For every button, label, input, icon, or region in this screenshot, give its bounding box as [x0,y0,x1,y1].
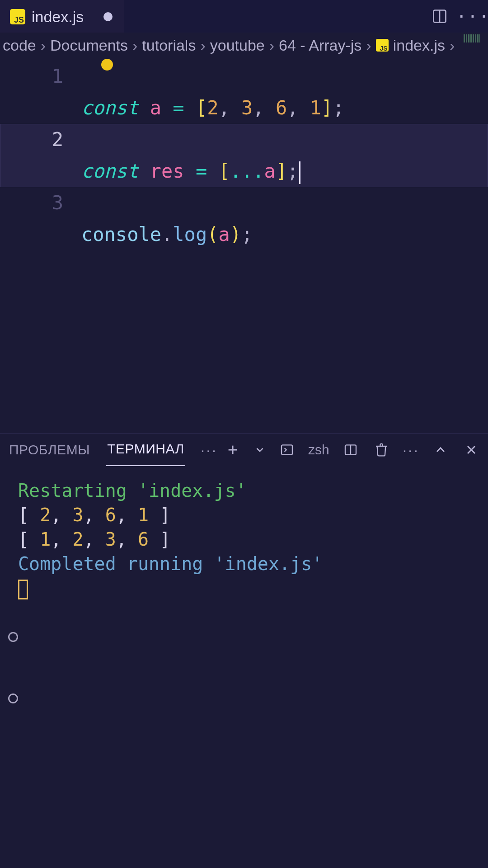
chevron-right-icon: › [450,37,455,54]
maximize-panel-icon[interactable] [431,440,450,459]
terminal-line: Restarting 'index.js' [18,478,470,503]
split-terminal-icon[interactable] [341,440,360,459]
tab-terminal[interactable]: ТЕРМИНАЛ [106,433,185,466]
crumb-tutorials[interactable]: tutorials [142,37,196,54]
text-cursor-icon [299,161,300,184]
ghost-circle-icon [8,693,18,703]
ghost-circle-icon [8,632,18,642]
code-line: 2 const res = [...a]; [0,124,488,187]
chevron-right-icon: › [200,37,205,54]
run-task-icon[interactable] [277,440,296,459]
tab-title: index.js [32,8,84,26]
tab-bar: JS index.js ··· [0,0,488,33]
shell-name[interactable]: zsh [308,442,329,458]
terminal-more-icon[interactable]: ··· [403,442,419,458]
terminal-line: [ 1, 2, 3, 6 ] [18,527,470,552]
more-actions-icon[interactable]: ··· [464,7,483,26]
code-line: 1 const a = [2, 3, 6, 1]; [0,61,488,124]
crumb-documents[interactable]: Documents [50,37,128,54]
breadcrumb: code› Documents› tutorials› youtube› 64 … [0,33,488,58]
tab-problems[interactable]: ПРОБЛЕМЫ [8,434,91,466]
chevron-right-icon: › [269,37,274,54]
minimap[interactable] [464,34,480,42]
crumb-youtube[interactable]: youtube [210,37,265,54]
code-editor[interactable]: 1 const a = [2, 3, 6, 1]; 2 const res = … [0,58,488,433]
line-number: 2 [0,124,81,156]
split-editor-icon[interactable] [430,7,449,26]
terminal-output[interactable]: Restarting 'index.js' [ 2, 3, 6, 1 ] [ 1… [0,466,488,618]
crumb-code[interactable]: code [3,37,36,54]
chevron-right-icon: › [41,37,46,54]
close-panel-icon[interactable] [462,440,481,459]
terminal-line: Completed running 'index.js' [18,552,470,576]
chevron-right-icon: › [132,37,137,54]
crumb-file[interactable]: index.js [393,37,445,54]
js-file-icon: JS [10,9,25,24]
line-number: 1 [0,61,81,92]
js-file-icon: JS [376,39,389,52]
trash-icon[interactable] [372,440,391,459]
crumb-folder[interactable]: 64 - Array-js [279,37,361,54]
terminal-cursor-icon [18,580,28,599]
terminal-profile-chevron-icon[interactable] [254,440,266,459]
code-line: 3 console.log(a); [0,187,488,250]
terminal-line: [ 2, 3, 6, 1 ] [18,503,470,527]
new-terminal-icon[interactable] [223,440,242,459]
tab-indexjs[interactable]: JS index.js [0,0,124,33]
panel-more-icon[interactable]: ··· [201,442,217,458]
chevron-right-icon: › [366,37,371,54]
panel-header: ПРОБЛЕМЫ ТЕРМИНАЛ ··· zsh [0,433,488,466]
tab-dirty-indicator-icon [103,12,113,21]
line-number: 3 [0,187,81,219]
